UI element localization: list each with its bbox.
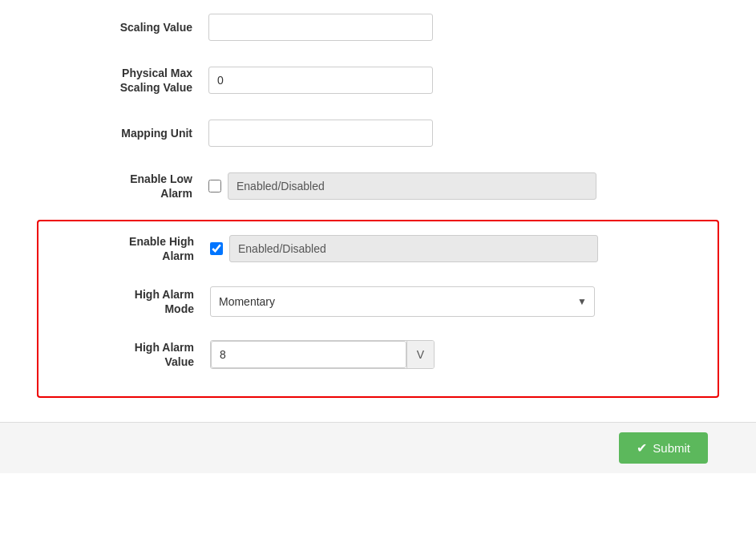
mapping-unit-input[interactable]	[208, 120, 433, 147]
physical-max-scaling-value-row: Physical Max Scaling Value	[48, 61, 708, 99]
enable-high-alarm-checkbox[interactable]	[210, 242, 223, 255]
high-alarm-value-control: V	[210, 340, 706, 369]
mapping-unit-row: Mapping Unit	[48, 114, 708, 152]
enable-low-alarm-row: Enable Low Alarm Enabled/Disabled	[48, 167, 708, 205]
high-alarm-value-row: High Alarm Value V	[50, 335, 706, 374]
submit-label: Submit	[653, 441, 690, 455]
high-alarm-value-unit: V	[406, 341, 434, 368]
high-alarm-mode-row: High Alarm Mode Momentary Latching ▼	[50, 282, 706, 321]
checkmark-icon: ✔	[637, 440, 647, 456]
high-alarm-mode-control: Momentary Latching ▼	[210, 286, 706, 317]
mapping-unit-control	[208, 120, 708, 147]
physical-max-scaling-value-input[interactable]	[208, 67, 433, 94]
high-alarm-mode-select[interactable]: Momentary Latching	[210, 286, 595, 317]
scaling-value-label: Scaling Value	[48, 20, 208, 34]
physical-max-scaling-value-label: Physical Max Scaling Value	[48, 66, 208, 95]
high-alarm-section: Enable High Alarm Enabled/Disabled High …	[37, 220, 719, 398]
high-alarm-value-label: High Alarm Value	[50, 340, 210, 369]
enable-low-alarm-checkbox[interactable]	[208, 180, 221, 193]
enable-low-alarm-label: Enable Low Alarm	[48, 172, 208, 201]
enable-high-alarm-row: Enable High Alarm Enabled/Disabled	[50, 229, 706, 268]
footer-bar: ✔ Submit	[0, 422, 756, 473]
mapping-unit-label: Mapping Unit	[48, 126, 208, 140]
scaling-value-input[interactable]	[208, 14, 433, 41]
high-alarm-value-input[interactable]	[211, 341, 406, 368]
high-alarm-mode-label: High Alarm Mode	[50, 287, 210, 316]
high-alarm-value-wrapper: V	[210, 340, 435, 369]
scaling-value-control	[208, 14, 708, 41]
high-alarm-mode-select-wrapper: Momentary Latching ▼	[210, 286, 595, 317]
enable-low-alarm-status: Enabled/Disabled	[228, 172, 596, 200]
enable-high-alarm-label: Enable High Alarm	[50, 234, 210, 263]
enable-high-alarm-control: Enabled/Disabled	[210, 235, 706, 262]
scaling-value-row: Scaling Value	[48, 8, 708, 47]
physical-max-scaling-value-control	[208, 67, 708, 94]
enable-high-alarm-status: Enabled/Disabled	[229, 235, 598, 262]
enable-low-alarm-control: Enabled/Disabled	[208, 172, 708, 200]
submit-button[interactable]: ✔ Submit	[619, 432, 708, 464]
